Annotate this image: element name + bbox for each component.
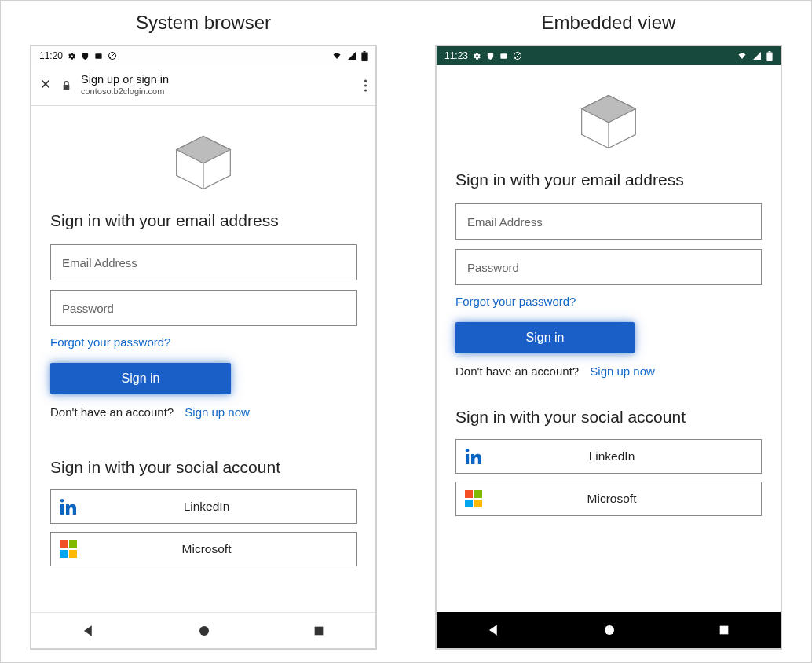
signin-heading: Sign in with your email address [50,211,357,230]
shield-icon [81,52,90,60]
svg-point-8 [364,84,367,86]
linkedin-label: LinkedIn [491,449,761,463]
app-logo [50,134,357,191]
column-title-left: System browser [136,12,271,34]
no-location-icon [108,51,117,60]
settings-icon [473,52,481,60]
svg-rect-17 [60,550,68,558]
linkedin-icon [51,497,86,516]
address-bar: Sign up or sign in contoso.b2clogin.com [31,65,375,106]
status-bar: 11:20 [31,46,375,65]
svg-rect-4 [364,51,366,52]
clock: 11:20 [39,50,63,61]
svg-rect-21 [500,53,507,58]
svg-rect-33 [465,500,473,507]
svg-rect-34 [474,500,482,507]
svg-rect-25 [769,51,771,52]
signup-row: Don't have an account? Sign up now [455,364,762,378]
app-logo [455,93,762,150]
microsoft-button[interactable]: Microsoft [50,532,357,566]
linkedin-button[interactable]: LinkedIn [50,489,357,524]
card-icon [499,52,508,60]
system-browser-column: System browser 11:20 [30,12,377,650]
signup-link[interactable]: Sign up now [185,405,250,419]
address-text[interactable]: Sign up or sign in contoso.b2clogin.com [81,74,354,96]
social-heading: Sign in with your social account [455,408,762,427]
microsoft-label: Microsoft [491,492,761,506]
status-bar: 11:23 [437,46,781,65]
forgot-password-link[interactable]: Forgot your password? [50,335,357,349]
password-placeholder: Password [467,261,519,274]
card-icon [94,52,103,60]
lock-icon [61,80,71,91]
comparison-container: System browser 11:20 [0,0,812,663]
nav-home-icon[interactable] [197,624,211,638]
page-title: Sign up or sign in [81,74,354,86]
svg-point-7 [364,79,367,82]
nav-back-icon[interactable] [487,623,501,637]
nav-recent-icon[interactable] [718,624,730,636]
linkedin-icon [456,447,491,466]
shield-icon [486,52,495,60]
signin-content: Sign in with your email address Email Ad… [31,106,375,612]
svg-rect-24 [766,52,772,61]
email-placeholder: Email Address [62,256,137,269]
forgot-password-link[interactable]: Forgot your password? [455,295,762,308]
svg-rect-20 [314,626,323,635]
signin-content: Sign in with your email address Email Ad… [437,65,781,612]
svg-rect-32 [474,490,482,498]
svg-rect-0 [95,53,101,58]
wifi-icon [331,51,342,60]
svg-rect-16 [69,540,77,548]
svg-rect-36 [719,626,728,635]
password-placeholder: Password [62,302,114,315]
battery-icon [361,51,368,61]
signup-link[interactable]: Sign up now [590,364,655,378]
nav-recent-icon[interactable] [313,625,325,637]
nav-home-icon[interactable] [602,623,616,637]
signup-row: Don't have an account? Sign up now [50,405,357,419]
svg-line-23 [515,53,521,59]
password-field[interactable]: Password [50,290,357,326]
svg-point-35 [605,625,614,635]
svg-point-30 [466,449,470,452]
password-field[interactable]: Password [455,249,762,285]
column-title-right: Embedded view [542,12,676,34]
microsoft-icon [456,490,491,507]
microsoft-icon [51,540,86,558]
phone-frame-embedded: 11:23 Sign in with your email address [435,45,782,650]
email-field[interactable]: Email Address [455,203,762,240]
signin-heading: Sign in with your email address [455,170,762,189]
svg-rect-3 [361,52,367,61]
phone-frame-browser: 11:20 Sign up or sign in contoso.b [30,45,377,650]
nav-back-icon[interactable] [82,624,96,638]
microsoft-button[interactable]: Microsoft [455,482,762,516]
clock: 11:23 [444,50,468,61]
social-heading: Sign in with your social account [50,458,357,477]
svg-point-14 [60,499,64,503]
svg-rect-13 [60,504,64,515]
settings-icon [68,52,76,60]
page-domain: contoso.b2clogin.com [81,86,354,96]
battery-icon [766,51,773,61]
no-account-label: Don't have an account? [50,405,174,419]
svg-rect-29 [466,454,469,464]
signal-icon [752,51,762,60]
svg-rect-18 [69,550,77,558]
svg-rect-31 [465,490,473,498]
linkedin-button[interactable]: LinkedIn [455,439,762,474]
overflow-icon[interactable] [364,79,368,93]
wifi-icon [737,51,748,60]
signal-icon [347,51,357,60]
svg-point-19 [199,626,209,636]
close-icon[interactable] [39,76,52,94]
svg-line-2 [110,53,115,59]
email-field[interactable]: Email Address [50,244,357,280]
android-navbar [31,612,375,648]
signin-button[interactable]: Sign in [455,322,635,353]
svg-point-9 [364,89,367,91]
email-placeholder: Email Address [467,215,543,229]
linkedin-label: LinkedIn [86,500,356,514]
no-account-label: Don't have an account? [455,364,579,378]
signin-button[interactable]: Sign in [50,363,231,394]
